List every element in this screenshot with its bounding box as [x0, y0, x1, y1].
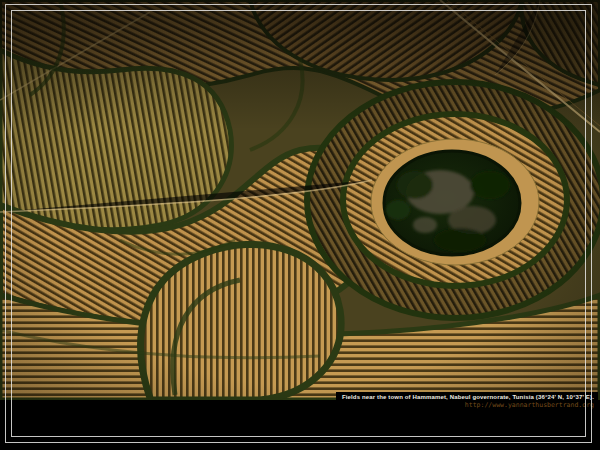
- wallpaper-canvas: Fields near the town of Hammamet, Nabeul…: [0, 0, 600, 450]
- caption-text: Fields near the town of Hammamet, Nabeul…: [342, 393, 594, 401]
- aerial-photo-illustration: [0, 0, 600, 400]
- photo-caption: Fields near the town of Hammamet, Nabeul…: [336, 392, 598, 412]
- aerial-photo: [0, 0, 600, 400]
- caption-url: http://www.yannarthusbertrand.org: [342, 401, 594, 410]
